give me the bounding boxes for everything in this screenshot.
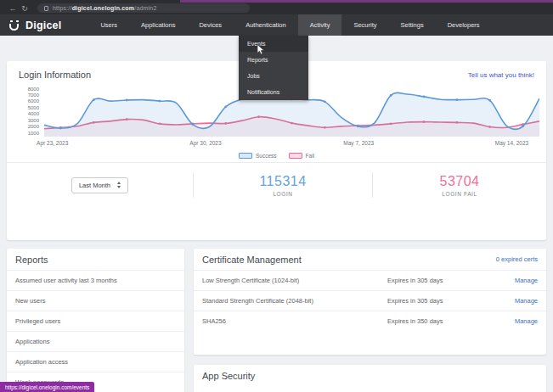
legend-swatch xyxy=(289,153,302,159)
cert-name: Standard Strength Certificate (2048-bit) xyxy=(202,297,387,305)
nav-item-settings[interactable]: Settings xyxy=(389,14,436,36)
cert-expires: Expires in 305 days xyxy=(387,297,515,305)
x-tick-label: May 7, 2023 xyxy=(343,140,374,146)
expired-certs-link[interactable]: 0 expired certs xyxy=(496,255,538,263)
legend-item-success: Success xyxy=(239,153,277,159)
report-item-privileged-users[interactable]: Privileged users xyxy=(7,311,184,331)
login-fail-count-label: LOGIN FAIL xyxy=(442,191,477,197)
y-tick-label: 7000 xyxy=(28,92,39,98)
report-item-applications[interactable]: Applications xyxy=(7,331,184,351)
address-bar[interactable]: https://digicel.onelogin.com/admin2 xyxy=(37,3,250,13)
y-tick-label: 2000 xyxy=(28,124,39,129)
activity-dropdown-menu: Events Reports Jobs Notifications xyxy=(239,36,308,100)
nav-item-devices[interactable]: Devices xyxy=(187,14,234,36)
app-security-title: App Security xyxy=(202,371,255,381)
url-text[interactable]: https://digicel.onelogin.com/admin2 xyxy=(53,5,157,11)
chart-y-axis: 80007000600050004000300020001000 xyxy=(14,87,44,139)
browser-bar: ← ↻ https://digicel.onelogin.com/admin2 xyxy=(0,0,553,14)
y-tick-label: 1000 xyxy=(28,131,39,136)
nav-item-security[interactable]: Security xyxy=(341,14,388,36)
browser-refresh-icon[interactable]: ↻ xyxy=(19,4,31,13)
cert-expires: Expires in 305 days xyxy=(387,277,515,284)
status-bar-link-preview: https://digicel.onelogin.com/events xyxy=(0,382,94,392)
report-item-new-users[interactable]: New users xyxy=(7,290,184,311)
menu-item-events[interactable]: Events xyxy=(239,36,308,52)
menu-item-notifications[interactable]: Notifications xyxy=(239,84,308,100)
date-range-value: Last Month xyxy=(79,182,110,189)
login-information-title: Login Information xyxy=(19,70,91,80)
menu-item-reports[interactable]: Reports xyxy=(239,52,308,68)
brand-name: Digicel xyxy=(25,20,61,31)
cert-manage-link[interactable]: Manage xyxy=(515,277,538,284)
cert-name: SHA256 xyxy=(202,317,387,325)
app-security-card: App Security xyxy=(194,365,546,392)
mouse-cursor-icon xyxy=(257,44,266,55)
cert-row-low-strength: Low Strength Certificate (1024-bit) Expi… xyxy=(194,270,546,290)
report-item-assumed-user-activity[interactable]: Assumed user activity last 3 months xyxy=(7,270,184,290)
x-tick-label: May 14, 2023 xyxy=(495,140,528,146)
nav-item-developers[interactable]: Developers xyxy=(436,14,492,36)
nav-items: Users Applications Devices Authenticatio… xyxy=(88,14,491,36)
y-tick-label: 4000 xyxy=(28,111,39,116)
cert-row-standard-strength: Standard Strength Certificate (2048-bit)… xyxy=(194,290,546,311)
cert-manage-link[interactable]: Manage xyxy=(515,317,538,325)
x-tick-label: Apr 30, 2023 xyxy=(189,140,221,146)
stepper-icon xyxy=(117,182,121,188)
login-stats-row: Last Month 115314 LOGIN 53704 LOGIN FAIL xyxy=(7,162,546,207)
certificate-management-title: Certificate Management xyxy=(202,255,302,265)
nav-item-authentication[interactable]: Authentication xyxy=(234,14,298,36)
browser-back-icon[interactable]: ← xyxy=(7,4,19,13)
date-range-select[interactable]: Last Month xyxy=(71,177,128,193)
x-tick-label: Apr 23, 2023 xyxy=(37,140,68,146)
reports-title: Reports xyxy=(15,255,48,265)
cert-row-sha256: SHA256 Expires in 350 days Manage xyxy=(194,311,546,331)
cert-expires: Expires in 350 days xyxy=(387,317,515,325)
cert-name: Low Strength Certificate (1024-bit) xyxy=(202,277,387,284)
y-tick-label: 5000 xyxy=(28,105,39,110)
login-fail-count: 53704 xyxy=(440,174,480,189)
login-count-label: LOGIN xyxy=(273,191,292,197)
legend-item-fail: Fail xyxy=(289,153,314,159)
nav-item-activity[interactable]: Activity xyxy=(298,14,342,36)
brand[interactable]: Digicel xyxy=(0,20,73,31)
chart-x-axis: Apr 23, 2023Apr 30, 2023May 7, 2023May 1… xyxy=(37,139,539,149)
app-nav-bar: Digicel Users Applications Devices Authe… xyxy=(0,14,553,36)
y-tick-label: 3000 xyxy=(28,118,39,123)
nav-item-users[interactable]: Users xyxy=(88,14,129,36)
digicel-logo-icon xyxy=(8,20,20,31)
legend-label: Fail xyxy=(306,153,314,159)
nav-item-applications[interactable]: Applications xyxy=(129,14,187,36)
y-tick-label: 6000 xyxy=(28,98,39,104)
legend-label: Success xyxy=(256,153,277,159)
reports-card: Reports Assumed user activity last 3 mon… xyxy=(7,249,184,392)
feedback-link[interactable]: Tell us what you think! xyxy=(468,71,534,79)
chart-legend: SuccessFail xyxy=(7,149,546,162)
login-count: 115314 xyxy=(259,174,306,189)
report-item-application-access[interactable]: Application access xyxy=(7,351,184,372)
site-info-icon[interactable] xyxy=(44,6,48,11)
legend-swatch xyxy=(239,153,252,159)
certificate-management-card: Certificate Management 0 expired certs L… xyxy=(194,249,546,355)
menu-item-jobs[interactable]: Jobs xyxy=(239,68,308,84)
cert-manage-link[interactable]: Manage xyxy=(515,297,538,305)
y-tick-label: 8000 xyxy=(28,87,39,92)
